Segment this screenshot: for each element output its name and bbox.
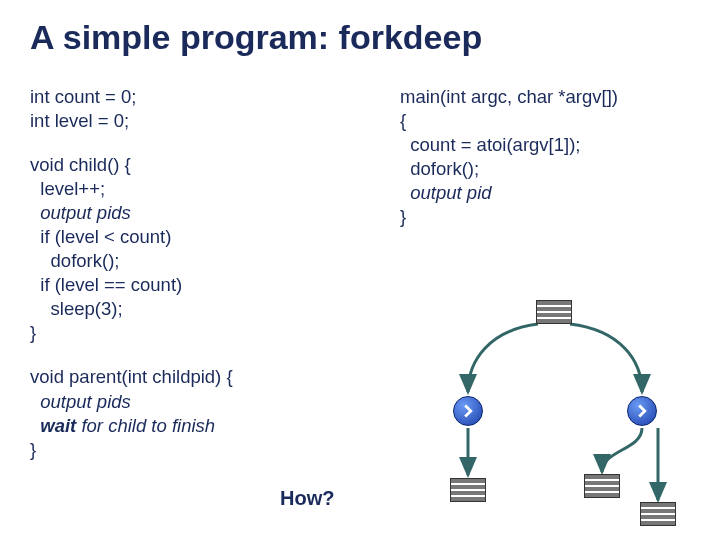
fork-node-left bbox=[453, 396, 483, 426]
left-column: int count = 0; int level = 0; void child… bbox=[30, 85, 360, 482]
main-head: main(int argc, char *argv[]) { count = a… bbox=[400, 86, 618, 179]
proc-node-ll bbox=[450, 478, 486, 502]
parent-close: } bbox=[30, 439, 36, 460]
parent-func: void parent(int childpid) { output pids … bbox=[30, 365, 360, 461]
proc-node-rr bbox=[640, 502, 676, 526]
parent-output: output pids bbox=[30, 391, 131, 412]
how-label: How? bbox=[280, 487, 334, 510]
fork-node-right bbox=[627, 396, 657, 426]
decl-block: int count = 0; int level = 0; bbox=[30, 85, 360, 133]
child-tail: if (level < count) dofork(); if (level =… bbox=[30, 226, 182, 343]
process-tree-diagram bbox=[420, 300, 700, 520]
parent-wait-kw: wait bbox=[30, 415, 76, 436]
proc-node-rl bbox=[584, 474, 620, 498]
main-close: } bbox=[400, 206, 406, 227]
parent-head: void parent(int childpid) { bbox=[30, 366, 233, 387]
main-func: main(int argc, char *argv[]) { count = a… bbox=[400, 85, 690, 229]
slide-title: A simple program: forkdeep bbox=[30, 18, 690, 57]
child-head: void child() { level++; bbox=[30, 154, 131, 199]
parent-wait-rest: for child to finish bbox=[76, 415, 215, 436]
child-output: output pids bbox=[30, 202, 131, 223]
proc-node-root bbox=[536, 300, 572, 324]
child-func: void child() { level++; output pids if (… bbox=[30, 153, 360, 345]
main-output: output pid bbox=[400, 182, 492, 203]
